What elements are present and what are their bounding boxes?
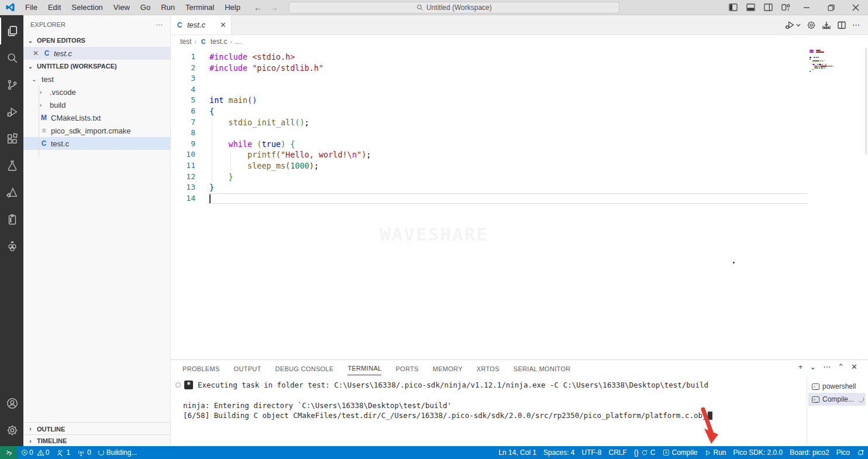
- code-line-3[interactable]: 3: [171, 73, 868, 84]
- tree-item-pico-sdk-import-cmake[interactable]: ≡pico_sdk_import.cmake: [23, 124, 170, 137]
- breadcrumb[interactable]: test › C test.c › ...: [171, 35, 868, 48]
- terminal-instance-powershell[interactable]: >_powershell: [808, 380, 866, 393]
- outline-section[interactable]: › OUTLINE: [23, 423, 170, 435]
- code-line-12[interactable]: 12 }: [171, 172, 868, 183]
- source-control-icon[interactable]: [0, 71, 23, 98]
- notifications-bell[interactable]: [853, 446, 868, 459]
- editor-scrollbar[interactable]: [865, 48, 867, 155]
- code-line-4[interactable]: 4: [171, 84, 868, 95]
- problems-status[interactable]: 0 0: [18, 446, 53, 459]
- code-line-5[interactable]: 5int main(): [171, 95, 868, 106]
- pico-status[interactable]: Pico: [833, 446, 853, 459]
- pico-tools-icon[interactable]: [0, 206, 23, 233]
- toggle-panel-icon[interactable]: [742, 0, 759, 15]
- account-icon[interactable]: [0, 390, 23, 417]
- breadcrumb-file[interactable]: test.c: [211, 37, 228, 46]
- close-panel-icon[interactable]: ✕: [851, 362, 857, 371]
- minimize-icon[interactable]: [794, 0, 819, 15]
- terminal-dropdown-icon[interactable]: ⌄: [810, 362, 816, 371]
- menu-edit[interactable]: Edit: [43, 3, 66, 12]
- panel-more-icon[interactable]: ⋯: [823, 362, 831, 371]
- close-icon[interactable]: [843, 0, 868, 15]
- menu-view[interactable]: View: [108, 3, 135, 12]
- pico-sdk-version[interactable]: Pico SDK: 2.0.0: [730, 446, 787, 459]
- panel-tab-output[interactable]: OUTPUT: [234, 365, 261, 375]
- tree-item-cmakelists-txt[interactable]: MCMakeLists.txt: [23, 111, 170, 124]
- minimap[interactable]: [810, 50, 845, 74]
- code-editor[interactable]: WAVESHARE 1#include <stdio.h>2#include "…: [171, 48, 868, 359]
- search-icon[interactable]: [0, 44, 23, 71]
- menu-terminal[interactable]: Terminal: [180, 3, 219, 12]
- run-button[interactable]: Run: [701, 446, 730, 459]
- restore-icon[interactable]: [819, 0, 843, 15]
- customize-layout-icon[interactable]: [777, 0, 794, 15]
- code-line-6[interactable]: 6{: [171, 106, 868, 117]
- panel-tab-serial-monitor[interactable]: SERIAL MONITOR: [514, 365, 571, 375]
- editor-more-actions-icon[interactable]: ⋯: [852, 20, 860, 29]
- workspace-section[interactable]: ⌄ UNTITLED (WORKSPACE): [23, 60, 170, 73]
- menu-go[interactable]: Go: [135, 3, 156, 12]
- compile-button[interactable]: Compile: [659, 446, 701, 459]
- testing-icon[interactable]: [0, 152, 23, 179]
- indentation[interactable]: Spaces: 4: [540, 446, 578, 459]
- menu-file[interactable]: File: [20, 3, 43, 12]
- toggle-secondary-sidebar-icon[interactable]: [759, 0, 777, 15]
- toggle-sidebar-icon[interactable]: [724, 0, 742, 15]
- cmake-icon[interactable]: [0, 179, 23, 206]
- code-line-7[interactable]: 7 stdio_init_all();: [171, 117, 868, 128]
- maximize-panel-icon[interactable]: ⌃: [838, 362, 844, 371]
- extensions-icon[interactable]: [0, 125, 23, 152]
- nav-forward-icon[interactable]: →: [270, 3, 278, 12]
- tab-close-icon[interactable]: ✕: [220, 20, 226, 29]
- code-line-10[interactable]: 10 printf("Hello, world!\n");: [171, 149, 868, 160]
- run-and-debug-icon[interactable]: [0, 98, 23, 125]
- close-editor-icon[interactable]: ✕: [32, 49, 40, 57]
- tab-test-c[interactable]: C test.c ✕: [171, 15, 232, 35]
- explorer-more-actions-icon[interactable]: ⋯: [156, 21, 163, 29]
- panel-tab-xrtos[interactable]: XRTOS: [477, 365, 500, 375]
- eol-sequence[interactable]: CRLF: [605, 446, 630, 459]
- encoding[interactable]: UTF-8: [578, 446, 605, 459]
- tree-item-build[interactable]: ›build: [23, 98, 170, 111]
- panel-tab-debug-console[interactable]: DEBUG CONSOLE: [275, 365, 334, 375]
- terminal-instance-compile-[interactable]: >_Compile...: [808, 393, 866, 406]
- settings-gear-icon[interactable]: [0, 417, 23, 444]
- code-line-11[interactable]: 11 sleep_ms(1000);: [171, 160, 868, 172]
- tree-item-test[interactable]: ⌄test: [23, 73, 170, 85]
- nav-back-icon[interactable]: ←: [254, 3, 262, 12]
- building-status[interactable]: Building...: [95, 446, 141, 459]
- tree-item--vscode[interactable]: ›.vscode: [23, 85, 170, 98]
- code-line-1[interactable]: 1#include <stdio.h>: [171, 52, 868, 63]
- cursor-position[interactable]: Ln 14, Col 1: [495, 446, 540, 459]
- remote-indicator[interactable]: [0, 446, 18, 459]
- timeline-section[interactable]: › TIMELINE: [23, 435, 170, 447]
- raspberry-pi-icon[interactable]: [0, 233, 23, 260]
- board-selector[interactable]: Board: pico2: [786, 446, 832, 459]
- open-editor-item-test-c[interactable]: ✕ C test.c: [23, 47, 170, 60]
- command-center-search[interactable]: Untitled (Workspace): [289, 2, 619, 13]
- serial-ports-status[interactable]: 0: [74, 446, 95, 459]
- flash-download-icon[interactable]: [822, 20, 831, 30]
- panel-tab-memory[interactable]: MEMORY: [433, 365, 463, 375]
- tools-status[interactable]: 1: [53, 446, 74, 459]
- panel-tab-problems[interactable]: PROBLEMS: [182, 365, 220, 375]
- panel-tab-ports[interactable]: PORTS: [395, 365, 418, 375]
- breadcrumb-more[interactable]: ...: [235, 37, 241, 46]
- run-c-file-button[interactable]: [785, 20, 801, 30]
- new-terminal-icon[interactable]: +: [798, 362, 803, 371]
- editor-settings-gear-icon[interactable]: [807, 20, 816, 30]
- menu-run[interactable]: Run: [156, 3, 180, 12]
- menu-selection[interactable]: Selection: [66, 3, 108, 12]
- code-line-8[interactable]: 8: [171, 128, 868, 139]
- breadcrumb-folder[interactable]: test: [180, 37, 191, 46]
- code-line-13[interactable]: 13}: [171, 182, 868, 193]
- split-editor-icon[interactable]: [837, 20, 846, 30]
- open-editors-section[interactable]: ⌄ OPEN EDITORS: [23, 34, 170, 47]
- code-line-9[interactable]: 9 while (true) {: [171, 139, 868, 150]
- explorer-icon[interactable]: [0, 18, 23, 44]
- language-status[interactable]: {} C: [631, 446, 659, 459]
- code-line-2[interactable]: 2#include "pico/stdlib.h": [171, 63, 868, 74]
- panel-tab-terminal[interactable]: TERMINAL: [347, 365, 381, 375]
- tree-item-test-c[interactable]: Ctest.c: [23, 137, 170, 150]
- menu-help[interactable]: Help: [219, 3, 246, 12]
